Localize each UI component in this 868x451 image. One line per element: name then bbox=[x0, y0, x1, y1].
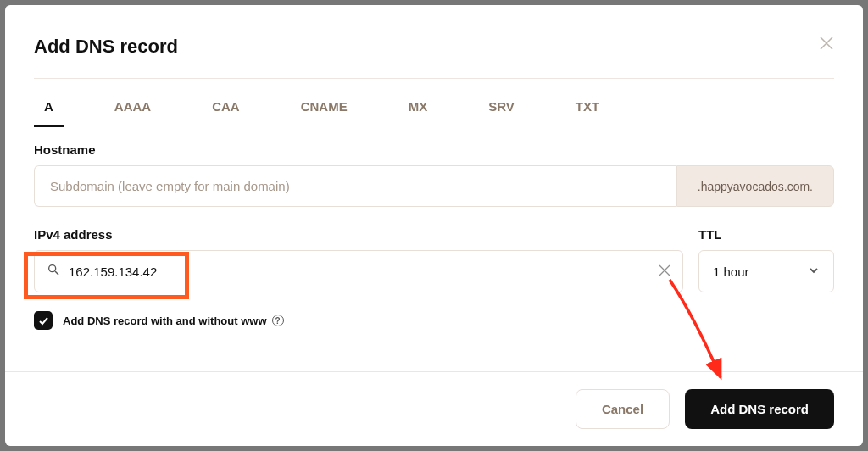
www-checkbox[interactable] bbox=[34, 311, 53, 330]
tab-a[interactable]: A bbox=[34, 92, 64, 127]
tab-mx[interactable]: MX bbox=[398, 92, 438, 127]
tab-aaaa[interactable]: AAAA bbox=[104, 92, 161, 127]
www-checkbox-label: Add DNS record with and without www ? bbox=[63, 315, 284, 327]
ipv4-field: IPv4 address bbox=[34, 227, 683, 292]
record-type-tabs: A AAAA CAA CNAME MX SRV TXT bbox=[5, 79, 863, 127]
ttl-field: TTL 1 hour bbox=[698, 227, 834, 292]
modal-content: Hostname .happyavocados.com. IPv4 addres… bbox=[5, 127, 863, 354]
ipv4-input-wrap[interactable] bbox=[34, 250, 683, 292]
hostname-group: .happyavocados.com. bbox=[34, 165, 834, 207]
ttl-label: TTL bbox=[698, 227, 834, 242]
www-checkbox-row[interactable]: Add DNS record with and without www ? bbox=[34, 311, 834, 330]
modal-footer: Cancel Add DNS record bbox=[5, 371, 863, 446]
ttl-select[interactable]: 1 hour bbox=[698, 250, 834, 292]
modal-title: Add DNS record bbox=[34, 36, 178, 58]
tab-caa[interactable]: CAA bbox=[202, 92, 250, 127]
dns-record-modal: Add DNS record A AAAA CAA CNAME MX SRV T… bbox=[5, 5, 863, 446]
hostname-field: Hostname .happyavocados.com. bbox=[34, 142, 834, 207]
close-icon[interactable] bbox=[819, 36, 834, 54]
tab-txt[interactable]: TXT bbox=[565, 92, 609, 127]
domain-suffix: .happyavocados.com. bbox=[676, 165, 834, 207]
ttl-value: 1 hour bbox=[713, 264, 749, 279]
ipv4-input[interactable] bbox=[69, 264, 659, 279]
tab-srv[interactable]: SRV bbox=[478, 92, 525, 127]
modal-header: Add DNS record bbox=[5, 5, 863, 78]
submit-button[interactable]: Add DNS record bbox=[685, 389, 834, 429]
cancel-button[interactable]: Cancel bbox=[576, 389, 670, 429]
hostname-input[interactable] bbox=[34, 165, 676, 207]
svg-point-0 bbox=[49, 265, 56, 272]
ipv4-label: IPv4 address bbox=[34, 227, 683, 242]
hostname-label: Hostname bbox=[34, 142, 834, 157]
chevron-down-icon bbox=[808, 264, 820, 279]
search-icon bbox=[47, 263, 60, 280]
svg-line-1 bbox=[55, 271, 58, 275]
ip-ttl-row: IPv4 address TTL 1 hour bbox=[34, 227, 834, 292]
help-icon[interactable]: ? bbox=[272, 315, 284, 326]
tab-cname[interactable]: CNAME bbox=[291, 92, 358, 127]
clear-icon[interactable] bbox=[659, 263, 670, 281]
